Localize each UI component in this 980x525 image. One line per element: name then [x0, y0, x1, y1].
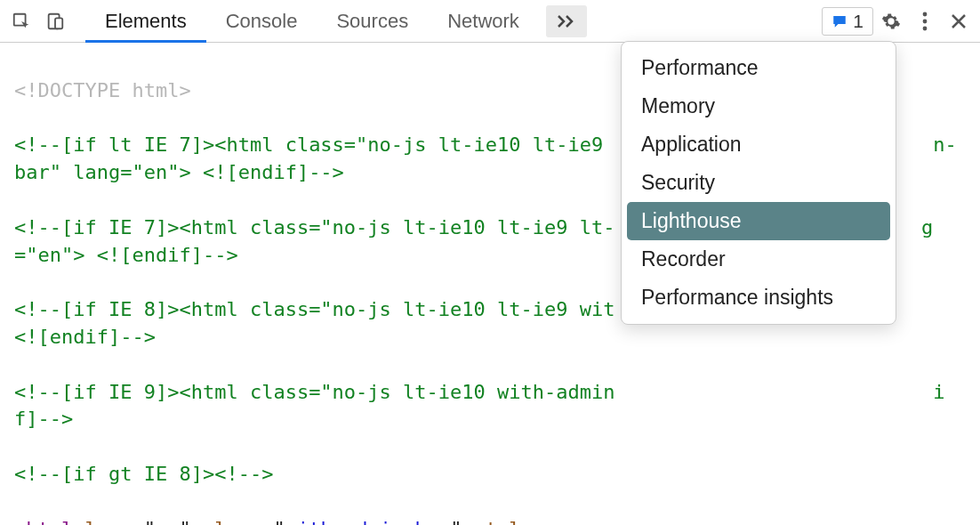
- code-comment: <!--[if IE 8]><html class="no-js lt-ie10…: [14, 298, 615, 320]
- svg-point-3: [923, 12, 928, 16]
- tab-label: Network: [447, 10, 519, 33]
- devtools-toolbar: Elements Console Sources Network 1: [0, 0, 980, 43]
- issues-count: 1: [853, 11, 864, 32]
- tab-label: Console: [226, 10, 298, 33]
- dropdown-item-label: Memory: [641, 94, 715, 117]
- close-devtools-button[interactable]: [943, 5, 975, 37]
- issues-badge[interactable]: 1: [822, 7, 873, 36]
- more-tabs-button[interactable]: [546, 5, 587, 37]
- inspect-icon[interactable]: [5, 5, 37, 37]
- message-icon: [831, 13, 847, 29]
- settings-button[interactable]: [875, 5, 907, 37]
- panel-tabs: Elements Console Sources Network: [85, 0, 539, 42]
- dropdown-item-application[interactable]: Application: [627, 125, 890, 164]
- code-comment: <!--[if IE 9]><html class="no-js lt-ie10…: [14, 381, 615, 403]
- dropdown-item-label: Lighthouse: [641, 209, 742, 232]
- gear-icon: [881, 12, 901, 31]
- dropdown-item-label: Security: [641, 171, 715, 194]
- code-tag: <html: [14, 518, 73, 525]
- dropdown-item-label: Performance insights: [641, 286, 833, 309]
- tab-sources[interactable]: Sources: [317, 0, 428, 42]
- close-icon: [951, 13, 967, 29]
- tab-network[interactable]: Network: [428, 0, 539, 42]
- device-toggle-icon[interactable]: [39, 5, 71, 37]
- dropdown-item-performance-insights[interactable]: Performance insights: [627, 279, 890, 317]
- dropdown-item-label: Application: [641, 133, 742, 156]
- code-doctype: <!DOCTYPE html>: [14, 79, 191, 101]
- tab-label: Elements: [105, 10, 187, 33]
- dropdown-item-lighthouse[interactable]: Lighthouse: [627, 202, 890, 240]
- code-comment: <!--[if lt IE 7]><html class="no-js lt-i…: [14, 133, 603, 156]
- tab-console[interactable]: Console: [206, 0, 317, 42]
- more-vertical-icon: [922, 12, 928, 31]
- svg-rect-2: [55, 18, 62, 28]
- kebab-menu-button[interactable]: [909, 5, 941, 37]
- dropdown-item-recorder[interactable]: Recorder: [627, 240, 890, 279]
- svg-point-4: [923, 19, 928, 23]
- more-panels-dropdown: Performance Memory Application Security …: [621, 41, 896, 325]
- chevron-double-right-icon: [557, 14, 576, 28]
- tab-label: Sources: [336, 10, 408, 33]
- dropdown-item-security[interactable]: Security: [627, 164, 890, 202]
- dropdown-item-performance[interactable]: Performance: [627, 49, 890, 87]
- dropdown-item-label: Performance: [641, 56, 759, 79]
- code-comment: <!--[if gt IE 8]><!-->: [14, 463, 273, 485]
- svg-point-5: [923, 26, 928, 30]
- code-comment: <!--[if IE 7]><html class="no-js lt-ie10…: [14, 216, 615, 238]
- dropdown-item-memory[interactable]: Memory: [627, 87, 890, 125]
- dropdown-item-label: Recorder: [641, 247, 726, 271]
- tab-elements[interactable]: Elements: [85, 0, 206, 42]
